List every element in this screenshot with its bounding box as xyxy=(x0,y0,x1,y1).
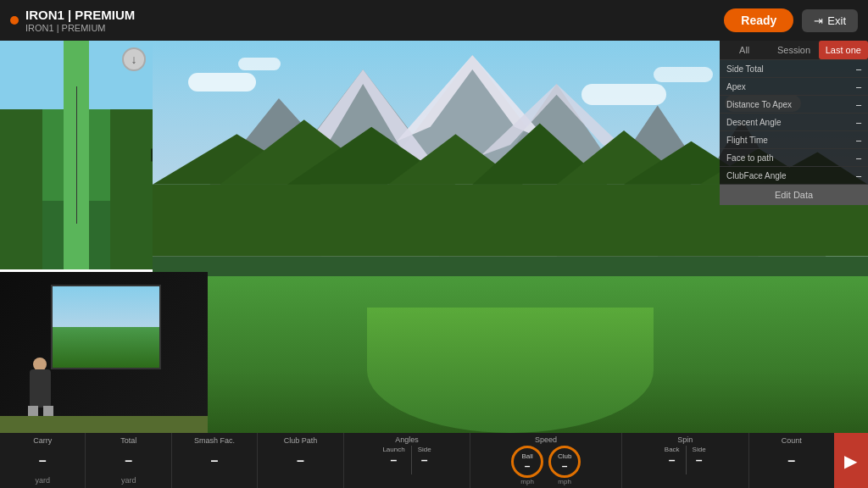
club-value: – xyxy=(562,460,568,472)
smash-fac-label: Smash Fac. xyxy=(194,436,235,445)
ready-button[interactable]: Ready xyxy=(724,8,793,32)
ball-circle-ring: Ball – xyxy=(511,446,543,478)
distance-apex-label: Distance To Apex xyxy=(726,100,792,109)
tab-session[interactable]: Session xyxy=(769,41,818,59)
speed-label: Speed xyxy=(535,435,557,444)
app-container: IRON1 | PREMIUM IRON1 | PREMIUM Ready ⇥ … xyxy=(0,0,868,488)
distance-apex-value: – xyxy=(856,99,861,109)
angles-stat: Angles Launch – - Side – - xyxy=(344,433,471,488)
golfer xyxy=(21,323,64,424)
exit-button[interactable]: ⇥ Exit xyxy=(802,9,858,32)
flag-line xyxy=(76,86,77,224)
trees-left xyxy=(0,109,42,269)
launch-value: – xyxy=(391,453,398,467)
app-title: IRON1 | PREMIUM xyxy=(25,8,135,22)
right-stats-panel: All Session Last one Side Total – Apex –… xyxy=(720,41,868,205)
side-unit: - xyxy=(423,467,426,474)
tab-all[interactable]: All xyxy=(720,41,769,59)
side-total-value: – xyxy=(856,64,861,74)
side-label: Side xyxy=(418,446,431,453)
camera-bg xyxy=(0,272,208,433)
launch-label: Launch xyxy=(382,446,404,453)
flight-time-label: Flight Time xyxy=(726,136,768,145)
simulator-screen xyxy=(51,285,161,369)
top-bar: IRON1 | PREMIUM IRON1 | PREMIUM Ready ⇥ … xyxy=(0,0,868,41)
count-value: – xyxy=(787,453,795,469)
app-title-group: IRON1 | PREMIUM IRON1 | PREMIUM xyxy=(25,8,135,33)
golf-2d-view: ↓ pp xyxy=(0,41,153,269)
speed-circles: Ball – mph Club – mph xyxy=(511,446,581,485)
exit-icon: ⇥ xyxy=(814,14,823,27)
carry-label: Carry xyxy=(33,436,52,445)
club-path-value: – xyxy=(297,453,304,469)
count-label: Count xyxy=(782,436,802,445)
avatar-icon: ↓ xyxy=(131,53,137,66)
side-total-label: Side Total xyxy=(726,64,764,74)
flight-time-value: – xyxy=(856,135,861,145)
club-path-stat: Club Path – xyxy=(258,433,343,488)
apex-row: Apex – xyxy=(720,78,868,96)
flight-time-row: Flight Time – xyxy=(720,131,868,149)
fairway-main xyxy=(367,308,654,433)
ground xyxy=(153,276,868,433)
golfer-body xyxy=(30,369,51,408)
face-to-path-value: – xyxy=(856,152,861,163)
back-spin-value: – xyxy=(669,453,676,467)
play-button[interactable]: ▶ xyxy=(834,433,868,488)
club-path-unit xyxy=(299,476,302,485)
total-stat: Total – yard xyxy=(86,433,171,488)
clubface-angle-row: ClubFace Angle – xyxy=(720,167,868,185)
descent-angle-label: Descent Angle xyxy=(726,118,782,127)
trees-right xyxy=(110,109,153,269)
club-path-label: Club Path xyxy=(284,436,318,445)
face-to-path-label: Face to path xyxy=(726,153,774,163)
side-spin-unit: - xyxy=(698,467,700,474)
distance-apex-row: Distance To Apex – xyxy=(720,96,868,114)
club-circle-ring: Club – xyxy=(548,446,581,478)
ball-speed-circle: Ball – mph xyxy=(511,446,543,485)
carry-unit: yard xyxy=(35,476,50,485)
play-button-area[interactable]: ▶ xyxy=(834,433,868,488)
ball-value: – xyxy=(525,460,531,472)
back-spin-col: Back – - xyxy=(665,446,680,474)
spin-label: Spin xyxy=(677,435,693,444)
app-subtitle: IRON1 | PREMIUM xyxy=(25,23,135,33)
club-speed-circle: Club – mph xyxy=(548,446,581,485)
face-to-path-row: Face to path – xyxy=(720,149,868,167)
tab-last-one[interactable]: Last one xyxy=(819,41,868,59)
exit-label: Exit xyxy=(827,14,846,27)
launch-angle-col: Launch – - xyxy=(382,446,404,474)
smash-fac-unit xyxy=(214,476,216,485)
total-label: Total xyxy=(120,436,136,445)
view-tabs: All Session Last one xyxy=(720,41,868,60)
total-value: – xyxy=(125,453,132,469)
back-spin-label: Back xyxy=(665,446,680,453)
clubface-angle-value: – xyxy=(856,170,861,180)
side-spin-label: Side xyxy=(693,446,706,453)
count-unit xyxy=(791,476,793,485)
edit-data-button[interactable]: Edit Data xyxy=(720,185,868,205)
speed-stat: Speed Ball – mph Club – mph xyxy=(470,433,622,488)
ball-label: Ball xyxy=(521,452,532,460)
spin-inner: Back – - Side – - xyxy=(665,446,706,474)
launch-unit: - xyxy=(392,467,395,474)
golf-mat xyxy=(0,416,208,433)
ball-unit: mph xyxy=(520,478,534,485)
angles-label: Angles xyxy=(395,435,419,444)
back-spin-unit: - xyxy=(670,467,673,474)
side-angle-col: Side – - xyxy=(418,446,431,474)
angles-inner: Launch – - Side – - xyxy=(382,446,431,474)
side-value: – xyxy=(421,453,428,467)
carry-value: – xyxy=(39,453,47,469)
side-spin-col: Side – - xyxy=(693,446,706,474)
side-spin-value: – xyxy=(696,453,703,467)
status-dot xyxy=(10,16,19,25)
smash-fac-stat: Smash Fac. – xyxy=(172,433,258,488)
club-unit: mph xyxy=(558,478,571,485)
smash-fac-value: – xyxy=(211,453,219,469)
avatar: ↓ xyxy=(122,47,146,71)
carry-stat: Carry – yard xyxy=(0,433,86,488)
apex-label: Apex xyxy=(726,82,746,92)
apex-value: – xyxy=(856,81,861,92)
club-label: Club xyxy=(558,452,571,460)
